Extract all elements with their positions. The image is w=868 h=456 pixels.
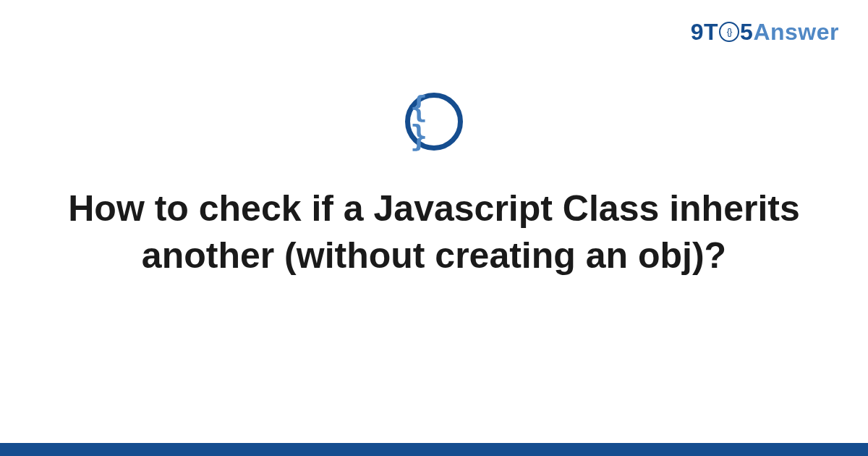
code-braces-icon: { } [410,93,458,151]
logo-text-answer: Answer [753,19,839,46]
category-icon-ring: { } [405,93,463,151]
question-title: How to check if a Javascript Class inher… [58,185,810,279]
site-logo: 9T {} 5 Answer [691,19,839,46]
logo-circle-braces: {} [727,26,732,37]
logo-text-5: 5 [740,19,753,46]
logo-text-9t: 9T [691,19,718,46]
logo-circle-icon: {} [719,22,739,42]
footer-accent-bar [0,443,868,456]
main-content: { } How to check if a Javascript Class i… [0,93,868,279]
